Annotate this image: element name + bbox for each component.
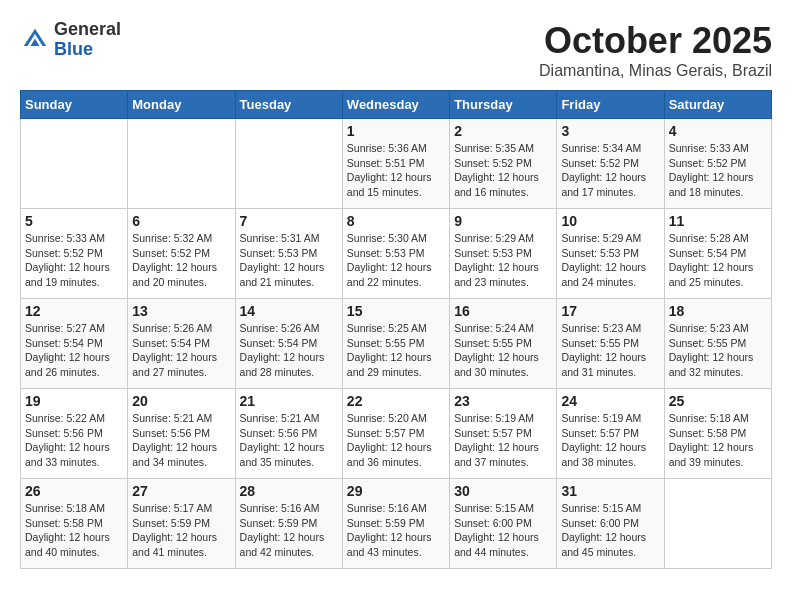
calendar-cell: 7Sunrise: 5:31 AM Sunset: 5:53 PM Daylig… [235,209,342,299]
calendar-cell: 18Sunrise: 5:23 AM Sunset: 5:55 PM Dayli… [664,299,771,389]
calendar-cell: 16Sunrise: 5:24 AM Sunset: 5:55 PM Dayli… [450,299,557,389]
day-number: 2 [454,123,552,139]
calendar-cell: 12Sunrise: 5:27 AM Sunset: 5:54 PM Dayli… [21,299,128,389]
day-number: 26 [25,483,123,499]
day-info: Sunrise: 5:19 AM Sunset: 5:57 PM Dayligh… [454,411,552,470]
day-number: 24 [561,393,659,409]
calendar-cell [128,119,235,209]
calendar-cell: 22Sunrise: 5:20 AM Sunset: 5:57 PM Dayli… [342,389,449,479]
day-number: 17 [561,303,659,319]
calendar-cell: 29Sunrise: 5:16 AM Sunset: 5:59 PM Dayli… [342,479,449,569]
calendar-cell: 2Sunrise: 5:35 AM Sunset: 5:52 PM Daylig… [450,119,557,209]
calendar-cell: 31Sunrise: 5:15 AM Sunset: 6:00 PM Dayli… [557,479,664,569]
day-number: 16 [454,303,552,319]
day-info: Sunrise: 5:16 AM Sunset: 5:59 PM Dayligh… [347,501,445,560]
calendar-cell: 24Sunrise: 5:19 AM Sunset: 5:57 PM Dayli… [557,389,664,479]
day-info: Sunrise: 5:22 AM Sunset: 5:56 PM Dayligh… [25,411,123,470]
day-info: Sunrise: 5:15 AM Sunset: 6:00 PM Dayligh… [561,501,659,560]
calendar-cell: 6Sunrise: 5:32 AM Sunset: 5:52 PM Daylig… [128,209,235,299]
weekday-header: Monday [128,91,235,119]
day-number: 9 [454,213,552,229]
calendar-cell: 23Sunrise: 5:19 AM Sunset: 5:57 PM Dayli… [450,389,557,479]
day-number: 3 [561,123,659,139]
day-info: Sunrise: 5:21 AM Sunset: 5:56 PM Dayligh… [132,411,230,470]
calendar-week-row: 5Sunrise: 5:33 AM Sunset: 5:52 PM Daylig… [21,209,772,299]
calendar-week-row: 1Sunrise: 5:36 AM Sunset: 5:51 PM Daylig… [21,119,772,209]
day-info: Sunrise: 5:29 AM Sunset: 5:53 PM Dayligh… [454,231,552,290]
weekday-header: Tuesday [235,91,342,119]
day-number: 1 [347,123,445,139]
calendar-week-row: 12Sunrise: 5:27 AM Sunset: 5:54 PM Dayli… [21,299,772,389]
day-number: 14 [240,303,338,319]
day-number: 12 [25,303,123,319]
day-number: 4 [669,123,767,139]
day-info: Sunrise: 5:17 AM Sunset: 5:59 PM Dayligh… [132,501,230,560]
logo-text: General Blue [54,20,121,60]
calendar-table: SundayMondayTuesdayWednesdayThursdayFrid… [20,90,772,569]
weekday-header: Friday [557,91,664,119]
day-number: 6 [132,213,230,229]
calendar-cell: 8Sunrise: 5:30 AM Sunset: 5:53 PM Daylig… [342,209,449,299]
day-info: Sunrise: 5:24 AM Sunset: 5:55 PM Dayligh… [454,321,552,380]
calendar-cell: 9Sunrise: 5:29 AM Sunset: 5:53 PM Daylig… [450,209,557,299]
calendar-cell: 13Sunrise: 5:26 AM Sunset: 5:54 PM Dayli… [128,299,235,389]
logo: General Blue [20,20,121,60]
calendar-cell: 15Sunrise: 5:25 AM Sunset: 5:55 PM Dayli… [342,299,449,389]
day-info: Sunrise: 5:30 AM Sunset: 5:53 PM Dayligh… [347,231,445,290]
day-number: 5 [25,213,123,229]
day-number: 28 [240,483,338,499]
day-info: Sunrise: 5:15 AM Sunset: 6:00 PM Dayligh… [454,501,552,560]
weekday-header: Saturday [664,91,771,119]
day-info: Sunrise: 5:36 AM Sunset: 5:51 PM Dayligh… [347,141,445,200]
calendar-cell: 1Sunrise: 5:36 AM Sunset: 5:51 PM Daylig… [342,119,449,209]
calendar-cell: 21Sunrise: 5:21 AM Sunset: 5:56 PM Dayli… [235,389,342,479]
day-info: Sunrise: 5:34 AM Sunset: 5:52 PM Dayligh… [561,141,659,200]
day-info: Sunrise: 5:18 AM Sunset: 5:58 PM Dayligh… [669,411,767,470]
month-title: October 2025 [539,20,772,62]
day-number: 30 [454,483,552,499]
calendar-body: 1Sunrise: 5:36 AM Sunset: 5:51 PM Daylig… [21,119,772,569]
day-info: Sunrise: 5:23 AM Sunset: 5:55 PM Dayligh… [561,321,659,380]
day-number: 10 [561,213,659,229]
day-info: Sunrise: 5:27 AM Sunset: 5:54 PM Dayligh… [25,321,123,380]
calendar-cell: 25Sunrise: 5:18 AM Sunset: 5:58 PM Dayli… [664,389,771,479]
day-number: 7 [240,213,338,229]
location: Diamantina, Minas Gerais, Brazil [539,62,772,80]
day-info: Sunrise: 5:35 AM Sunset: 5:52 PM Dayligh… [454,141,552,200]
day-info: Sunrise: 5:20 AM Sunset: 5:57 PM Dayligh… [347,411,445,470]
day-info: Sunrise: 5:32 AM Sunset: 5:52 PM Dayligh… [132,231,230,290]
day-number: 31 [561,483,659,499]
day-number: 29 [347,483,445,499]
weekday-header: Wednesday [342,91,449,119]
calendar-cell: 20Sunrise: 5:21 AM Sunset: 5:56 PM Dayli… [128,389,235,479]
day-info: Sunrise: 5:16 AM Sunset: 5:59 PM Dayligh… [240,501,338,560]
calendar-cell: 27Sunrise: 5:17 AM Sunset: 5:59 PM Dayli… [128,479,235,569]
day-info: Sunrise: 5:33 AM Sunset: 5:52 PM Dayligh… [25,231,123,290]
day-number: 8 [347,213,445,229]
day-number: 23 [454,393,552,409]
page-header: General Blue October 2025 Diamantina, Mi… [20,20,772,80]
title-block: October 2025 Diamantina, Minas Gerais, B… [539,20,772,80]
weekday-header: Sunday [21,91,128,119]
calendar-cell: 14Sunrise: 5:26 AM Sunset: 5:54 PM Dayli… [235,299,342,389]
logo-icon [20,25,50,55]
calendar-cell: 19Sunrise: 5:22 AM Sunset: 5:56 PM Dayli… [21,389,128,479]
day-info: Sunrise: 5:31 AM Sunset: 5:53 PM Dayligh… [240,231,338,290]
day-number: 11 [669,213,767,229]
calendar-cell [664,479,771,569]
calendar-cell: 3Sunrise: 5:34 AM Sunset: 5:52 PM Daylig… [557,119,664,209]
day-number: 18 [669,303,767,319]
day-number: 22 [347,393,445,409]
calendar-week-row: 26Sunrise: 5:18 AM Sunset: 5:58 PM Dayli… [21,479,772,569]
day-info: Sunrise: 5:25 AM Sunset: 5:55 PM Dayligh… [347,321,445,380]
calendar-cell: 30Sunrise: 5:15 AM Sunset: 6:00 PM Dayli… [450,479,557,569]
calendar-cell: 17Sunrise: 5:23 AM Sunset: 5:55 PM Dayli… [557,299,664,389]
day-number: 19 [25,393,123,409]
calendar-cell: 26Sunrise: 5:18 AM Sunset: 5:58 PM Dayli… [21,479,128,569]
day-number: 25 [669,393,767,409]
day-info: Sunrise: 5:18 AM Sunset: 5:58 PM Dayligh… [25,501,123,560]
calendar-cell: 4Sunrise: 5:33 AM Sunset: 5:52 PM Daylig… [664,119,771,209]
day-number: 15 [347,303,445,319]
calendar-cell: 11Sunrise: 5:28 AM Sunset: 5:54 PM Dayli… [664,209,771,299]
day-info: Sunrise: 5:29 AM Sunset: 5:53 PM Dayligh… [561,231,659,290]
